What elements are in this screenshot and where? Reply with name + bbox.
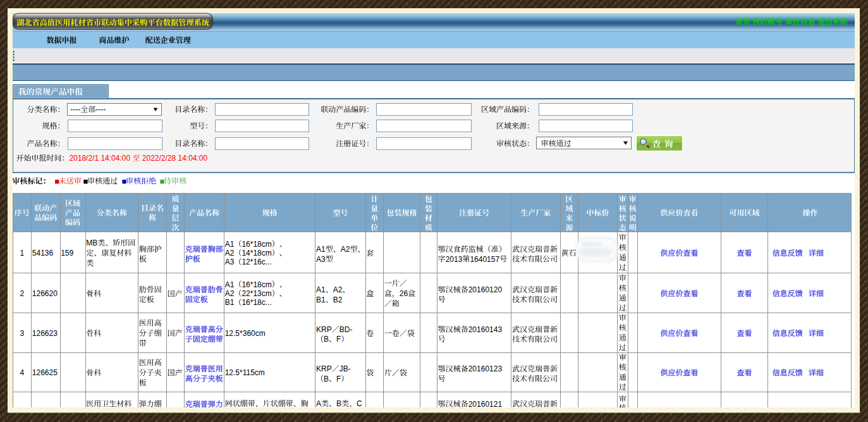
- svg-text:12*16c...: 12*16c...: [241, 258, 271, 266]
- svg-text:A: A: [316, 399, 321, 408]
- svg-text:C: C: [357, 399, 362, 408]
- svg-text:KRP: KRP: [316, 364, 332, 373]
- svg-text:20160143: 20160143: [468, 325, 503, 334]
- svg-text:A1: A1: [225, 280, 235, 289]
- svg-text:MB: MB: [86, 239, 97, 247]
- svg-text:2: 2: [20, 289, 25, 298]
- svg-text:A3: A3: [316, 255, 326, 264]
- svg-text:B1: B1: [316, 295, 326, 304]
- svg-text:B: B: [324, 335, 329, 344]
- svg-text:2013: 2013: [446, 255, 463, 264]
- svg-text:20160120: 20160120: [468, 285, 503, 294]
- svg-text:BD-: BD-: [339, 325, 353, 334]
- svg-text:4: 4: [20, 368, 25, 377]
- svg-text:159: 159: [61, 249, 73, 258]
- svg-text:26: 26: [400, 289, 408, 298]
- svg-text:B: B: [336, 399, 341, 408]
- svg-text:22*13cm: 22*13cm: [241, 289, 271, 298]
- svg-text:B: B: [324, 375, 329, 383]
- svg-text:126625: 126625: [32, 368, 58, 377]
- svg-text:3: 3: [20, 329, 25, 338]
- svg-text:KRP: KRP: [316, 325, 332, 334]
- svg-text:A2: A2: [225, 289, 235, 298]
- svg-text:JB-: JB-: [339, 364, 351, 373]
- svg-text:1: 1: [20, 249, 25, 258]
- svg-text:20160123: 20160123: [468, 364, 503, 373]
- svg-text:126623: 126623: [32, 329, 58, 338]
- svg-text:A2: A2: [225, 249, 235, 258]
- svg-text:A1: A1: [316, 245, 326, 254]
- svg-text:B1: B1: [225, 298, 235, 307]
- svg-text:20160121: 20160121: [468, 400, 503, 409]
- svg-text:B2: B2: [333, 295, 343, 304]
- svg-text:2022/2/28: 2022/2/28: [142, 154, 176, 163]
- svg-text:126620: 126620: [32, 289, 58, 298]
- svg-text:A2: A2: [333, 285, 343, 294]
- svg-text:14:04:00: 14:04:00: [178, 154, 208, 163]
- svg-text:1640157: 1640157: [470, 255, 499, 264]
- svg-text:16*18cm: 16*18cm: [241, 240, 271, 249]
- svg-text:2018/2/1: 2018/2/1: [69, 154, 99, 163]
- svg-text:16*18cm: 16*18cm: [241, 280, 271, 289]
- svg-text:14*18cm: 14*18cm: [241, 249, 271, 258]
- svg-text:----: ----: [70, 105, 80, 114]
- svg-text:----: ----: [95, 105, 106, 114]
- svg-text:F: F: [336, 375, 341, 383]
- svg-text:12.5*115cm: 12.5*115cm: [225, 368, 265, 377]
- svg-text:12.5*360cm: 12.5*360cm: [225, 329, 266, 338]
- svg-text:14:04:00: 14:04:00: [101, 154, 130, 163]
- svg-text:54136: 54136: [32, 249, 54, 258]
- svg-text:A2: A2: [341, 245, 350, 254]
- svg-text:F: F: [336, 335, 341, 344]
- svg-text:A1: A1: [225, 240, 235, 249]
- svg-text:A1: A1: [316, 285, 326, 294]
- svg-text:A3: A3: [225, 258, 235, 266]
- svg-text:16*18c...: 16*18c...: [241, 298, 271, 307]
